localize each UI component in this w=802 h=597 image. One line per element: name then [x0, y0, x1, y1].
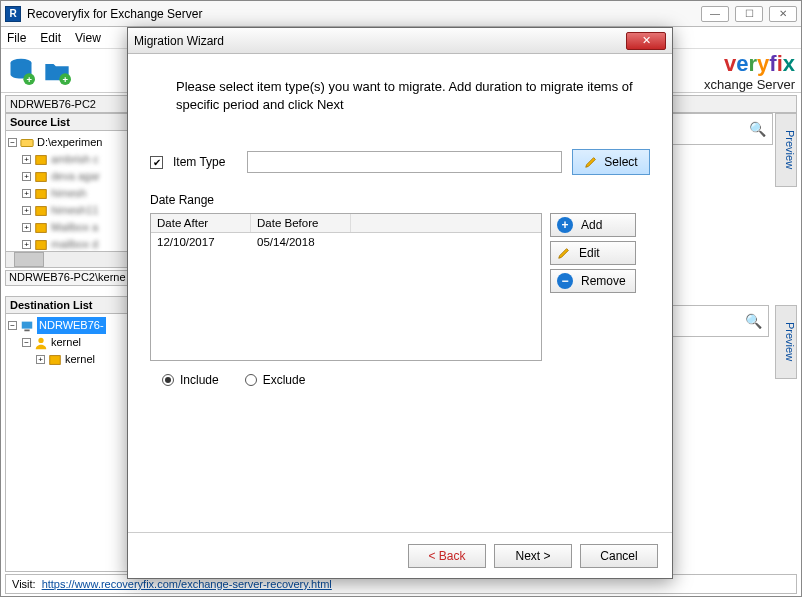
- svg-point-14: [38, 337, 43, 342]
- edit-button-label: Edit: [579, 246, 600, 260]
- computer-icon: [20, 319, 34, 333]
- dialog-close-button[interactable]: ✕: [626, 32, 666, 50]
- tree-label: himesh11: [51, 202, 99, 219]
- expander-icon[interactable]: +: [22, 206, 31, 215]
- dialog-footer: < Back Next > Cancel: [128, 532, 672, 578]
- menu-edit[interactable]: Edit: [40, 31, 61, 45]
- item-type-label: Item Type: [173, 155, 237, 169]
- footer-label: Visit:: [12, 578, 36, 590]
- app-icon: R: [5, 6, 21, 22]
- destination-list-title: Destination List: [5, 296, 131, 313]
- item-type-checkbox[interactable]: ✔: [150, 156, 163, 169]
- expander-icon[interactable]: +: [22, 189, 31, 198]
- include-label: Include: [180, 373, 219, 387]
- radio-icon: [162, 374, 174, 386]
- search-icon[interactable]: 🔍: [745, 313, 762, 329]
- table-header-after: Date After: [151, 214, 251, 232]
- svg-rect-6: [36, 155, 47, 164]
- main-titlebar: R Recoveryfix for Exchange Server — ☐ ✕: [1, 1, 801, 27]
- edit-button[interactable]: Edit: [550, 241, 636, 265]
- item-type-input[interactable]: [247, 151, 562, 173]
- select-button[interactable]: Select: [572, 149, 650, 175]
- radio-icon: [245, 374, 257, 386]
- expander-icon[interactable]: −: [8, 138, 17, 147]
- minus-icon: −: [557, 273, 573, 289]
- remove-button-label: Remove: [581, 274, 626, 288]
- date-range-table[interactable]: Date After Date Before 12/10/2017 05/14/…: [150, 213, 542, 361]
- dialog-titlebar: Migration Wizard ✕: [128, 28, 672, 54]
- tree-label: deva agar: [51, 168, 100, 185]
- menu-view[interactable]: View: [75, 31, 101, 45]
- svg-text:+: +: [62, 74, 68, 84]
- app-title: Recoveryfix for Exchange Server: [27, 7, 701, 21]
- pencil-icon: [557, 246, 571, 260]
- svg-rect-8: [36, 189, 47, 198]
- svg-rect-5: [21, 139, 33, 146]
- exclude-radio[interactable]: Exclude: [245, 373, 306, 387]
- pencil-icon: [584, 155, 598, 169]
- cell-date-after: 12/10/2017: [151, 233, 251, 251]
- expander-icon[interactable]: +: [22, 172, 31, 181]
- tree-item[interactable]: +Mailbox a: [8, 219, 128, 236]
- minimize-button[interactable]: —: [701, 6, 729, 22]
- tree-root-source[interactable]: − D:\experimen: [8, 134, 128, 151]
- tree-item[interactable]: +himesh: [8, 185, 128, 202]
- tree-item[interactable]: +ambrish c: [8, 151, 128, 168]
- drive-icon: [20, 136, 34, 150]
- expander-icon[interactable]: +: [22, 223, 31, 232]
- tree-item[interactable]: + kernel: [8, 351, 128, 368]
- tree-root-destination[interactable]: − NDRWEB76-: [8, 317, 128, 334]
- mailbox-icon: [34, 187, 48, 201]
- tree-label: himesh: [51, 185, 86, 202]
- horizontal-scrollbar[interactable]: [6, 251, 130, 267]
- mailbox-icon: [48, 353, 62, 367]
- add-button[interactable]: + Add: [550, 213, 636, 237]
- svg-rect-9: [36, 206, 47, 215]
- back-button[interactable]: < Back: [408, 544, 486, 568]
- expander-icon[interactable]: −: [8, 321, 17, 330]
- mailbox-icon: [34, 238, 48, 252]
- expander-icon[interactable]: +: [22, 155, 31, 164]
- search-icon[interactable]: 🔍: [749, 121, 766, 137]
- add-folder-icon[interactable]: +: [43, 57, 71, 85]
- footer-link[interactable]: https://www.recoveryfix.com/exchange-ser…: [42, 578, 332, 590]
- close-button[interactable]: ✕: [769, 6, 797, 22]
- svg-rect-11: [36, 240, 47, 249]
- plus-icon: +: [557, 217, 573, 233]
- add-button-label: Add: [581, 218, 602, 232]
- expander-icon[interactable]: −: [22, 338, 31, 347]
- maximize-button[interactable]: ☐: [735, 6, 763, 22]
- tree-item[interactable]: − kernel: [8, 334, 128, 351]
- svg-text:+: +: [26, 74, 32, 84]
- dialog-instruction: Please select item type(s) you want to m…: [150, 68, 650, 133]
- preview-tab-top[interactable]: Preview: [775, 113, 797, 187]
- tree-label: Mailbox a: [51, 219, 98, 236]
- mailbox-icon: [34, 153, 48, 167]
- svg-rect-15: [50, 355, 61, 364]
- menu-file[interactable]: File: [7, 31, 26, 45]
- add-database-icon[interactable]: +: [7, 57, 35, 85]
- svg-rect-7: [36, 172, 47, 181]
- svg-rect-12: [22, 321, 33, 328]
- tree-label-selected: NDRWEB76-: [37, 317, 106, 334]
- expander-icon[interactable]: +: [22, 240, 31, 249]
- next-button[interactable]: Next >: [494, 544, 572, 568]
- tree-label: kernel: [51, 334, 81, 351]
- mailbox-icon: [34, 170, 48, 184]
- cancel-button[interactable]: Cancel: [580, 544, 658, 568]
- dialog-title: Migration Wizard: [134, 34, 626, 48]
- select-button-label: Select: [604, 155, 637, 169]
- expander-icon[interactable]: +: [36, 355, 45, 364]
- tree-item[interactable]: +deva agar: [8, 168, 128, 185]
- include-radio[interactable]: Include: [162, 373, 219, 387]
- table-row[interactable]: 12/10/2017 05/14/2018: [151, 233, 541, 251]
- table-header-before: Date Before: [251, 214, 351, 232]
- source-list-panel: − D:\experimen +ambrish c +deva agar +hi…: [5, 130, 131, 268]
- exclude-label: Exclude: [263, 373, 306, 387]
- remove-button[interactable]: − Remove: [550, 269, 636, 293]
- breadcrumb-path: NDRWEB76-PC2\kerne: [5, 270, 131, 286]
- preview-tab-bottom[interactable]: Preview: [775, 305, 797, 379]
- tree-item[interactable]: +himesh11: [8, 202, 128, 219]
- mailbox-icon: [34, 221, 48, 235]
- tree-label: kernel: [65, 351, 95, 368]
